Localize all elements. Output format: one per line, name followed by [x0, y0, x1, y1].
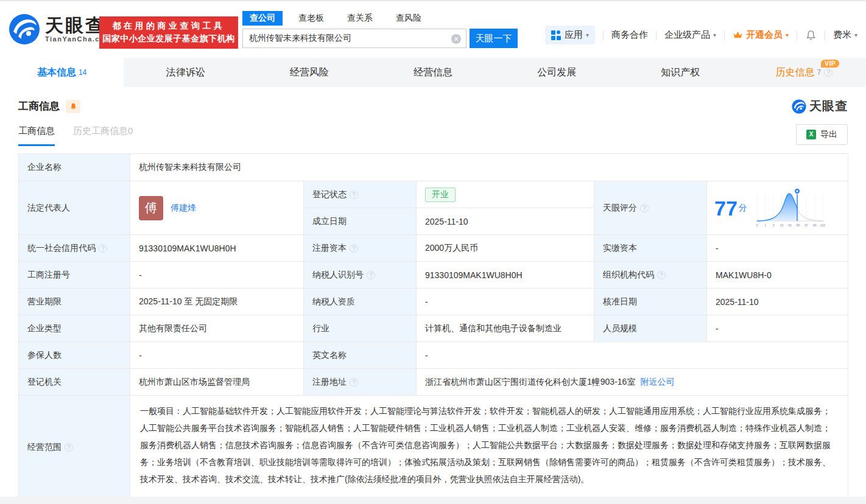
legal-rep-avatar[interactable]: 傅	[139, 196, 163, 220]
nav-apps-menu[interactable]: 应用	[545, 26, 595, 44]
divider	[797, 30, 797, 40]
help-icon[interactable]	[657, 271, 666, 279]
score-cell[interactable]: 77 分	[707, 181, 848, 235]
notifications-button[interactable]	[805, 29, 817, 41]
industry-value: 计算机、通信和其他电子设备制造业	[417, 315, 594, 342]
approval-date-label: 核准日期	[594, 289, 707, 315]
search-tab-company[interactable]: 查公司	[242, 11, 283, 26]
address-label: 注册地址	[304, 369, 417, 396]
help-icon[interactable]	[367, 271, 375, 279]
svg-text:1: 1	[764, 223, 766, 227]
reg-status-cell: 开业	[417, 181, 594, 208]
divider	[603, 30, 604, 40]
help-icon[interactable]	[824, 68, 833, 77]
footer-strip	[0, 497, 866, 504]
subscribe-alert-button[interactable]	[66, 100, 80, 113]
taxpayer-id-label: 纳税人识别号	[304, 262, 417, 289]
nav-user-menu[interactable]: 费米	[833, 29, 857, 41]
banner-line2: 国家中小企业发展子基金旗下机构	[102, 33, 235, 44]
tianyancha-mini-logo-icon	[792, 99, 806, 114]
taxpayer-id-value: 91330109MAK1WU8H0H	[417, 262, 594, 289]
help-icon[interactable]	[350, 191, 358, 199]
svg-text:85: 85	[796, 223, 800, 227]
promo-banner: 都在用的商业查询工具 国家中小企业发展子基金旗下机构	[99, 16, 238, 49]
svg-text:97: 97	[804, 223, 808, 227]
nav-apps-label: 应用	[565, 29, 583, 41]
industry-label: 行业	[304, 315, 417, 342]
section-header: 工商信息 天眼查	[0, 87, 866, 114]
search-tabs: 查公司 查老板 查关系 查风险	[242, 11, 518, 26]
established-value: 2025-11-10	[417, 208, 594, 235]
vip-badge: VIP	[821, 60, 839, 68]
watermark-logo: 天眼查	[792, 98, 848, 114]
tab-company-development[interactable]: 公司发展	[495, 58, 619, 87]
legal-rep-cell: 傅 傅建烽	[130, 181, 304, 235]
score-label: 天眼评分	[594, 181, 707, 235]
paid-capital-label: 实缴资本	[594, 235, 707, 262]
chevron-down-icon	[586, 32, 589, 38]
score-distribution-chart: 0 1 3 15 50 85 97 99 100	[751, 186, 825, 231]
divider	[825, 30, 825, 40]
staff-size-label: 人员规模	[594, 315, 707, 342]
nav-business-cooperation[interactable]: 商务合作	[611, 29, 648, 41]
reg-authority-value: 杭州市萧山区市场监督管理局	[130, 369, 304, 396]
nav-enterprise-products[interactable]: 企业级产品	[664, 29, 716, 41]
search-tab-risk[interactable]: 查风险	[389, 11, 429, 26]
top-header: 天眼查 TianYanCha.com 都在用的商业查询工具 国家中小企业发展子基…	[0, 1, 866, 58]
banner-line1: 都在用的商业查询工具	[113, 21, 225, 32]
search-tab-boss[interactable]: 查老板	[291, 11, 331, 26]
org-code-label: 组织机构代码	[594, 262, 707, 289]
svg-text:15: 15	[780, 223, 783, 227]
tianyancha-logo[interactable]: 天眼查 TianYanCha.com	[9, 13, 111, 45]
business-info-table: 企业名称 杭州传智未来科技有限公司 法定代表人 傅 傅建烽 登记状态 开业 成立…	[18, 153, 848, 499]
chevron-down-icon	[786, 32, 789, 38]
subtab-business-info[interactable]: 工商信息	[18, 125, 55, 146]
legal-rep-label: 法定代表人	[19, 181, 130, 235]
subtab-history-business-info[interactable]: 历史工商信息0	[73, 125, 133, 146]
tab-legal-litigation[interactable]: 法律诉讼	[124, 58, 247, 87]
tab-history-count: 7	[817, 68, 822, 77]
english-name-label: 英文名称	[304, 342, 417, 369]
divider	[724, 30, 725, 40]
nav-enterprise-label: 企业级产品	[664, 29, 710, 41]
company-name-label: 企业名称	[19, 154, 130, 181]
tab-operation-risk[interactable]: 经营风险	[247, 58, 371, 87]
credit-code-value: 91330109MAK1WU8H0H	[130, 235, 304, 262]
company-type-value: 其他有限责任公司	[130, 315, 304, 342]
score-axis-ticks: 0 1 3 15 50 85 97 99 100	[756, 223, 825, 227]
crown-icon	[733, 30, 743, 40]
help-icon[interactable]	[350, 378, 358, 387]
nav-open-vip[interactable]: 开通会员	[733, 29, 789, 41]
clear-search-icon[interactable]	[451, 34, 461, 44]
svg-text:3: 3	[772, 223, 774, 227]
legal-rep-link[interactable]: 傅建烽	[171, 203, 196, 214]
export-button[interactable]: 导出	[796, 124, 848, 145]
chevron-down-icon	[854, 32, 857, 38]
reg-capital-label: 注册资本	[304, 235, 417, 262]
tab-history-info[interactable]: VIP 历史信息 7	[742, 58, 866, 87]
chevron-down-icon	[713, 32, 716, 38]
svg-text:100: 100	[820, 223, 825, 227]
score-unit: 分	[739, 203, 747, 214]
help-icon[interactable]	[65, 443, 73, 452]
business-term-value: 2025-11-10 至 无固定期限	[130, 289, 304, 315]
search-button[interactable]: 天眼一下	[470, 29, 518, 48]
insured-value: -	[130, 342, 304, 369]
watermark-brand-text: 天眼查	[809, 98, 848, 114]
tab-basic-info[interactable]: 基本信息 14	[0, 58, 124, 87]
tab-operation-info[interactable]: 经营信息	[371, 58, 495, 87]
svg-text:50: 50	[788, 223, 792, 227]
bell-icon	[69, 102, 77, 111]
credit-code-label: 统一社会信用代码	[19, 235, 130, 262]
search-area: 查公司 查老板 查关系 查风险 天眼一下	[242, 11, 518, 48]
help-icon[interactable]	[640, 204, 649, 212]
tab-intellectual-property[interactable]: 知识产权	[619, 58, 742, 87]
search-tab-relation[interactable]: 查关系	[340, 11, 380, 26]
help-icon[interactable]	[99, 244, 107, 253]
business-term-label: 营业期限	[19, 289, 130, 315]
nearby-companies-link[interactable]: 附近公司	[640, 377, 674, 388]
search-input[interactable]	[243, 33, 444, 43]
help-icon[interactable]	[350, 244, 358, 253]
insured-label: 参保人数	[19, 342, 130, 369]
reg-authority-label: 登记机关	[19, 369, 130, 396]
